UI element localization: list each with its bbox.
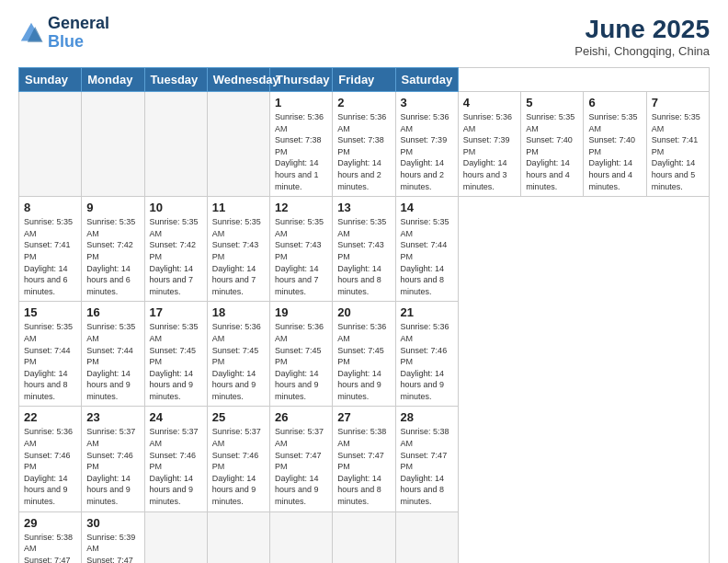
logo: General Blue bbox=[18, 15, 109, 52]
day-number: 13 bbox=[337, 201, 390, 214]
table-row: 7 Sunrise: 5:35 AM Sunset: 7:41 PM Dayli… bbox=[646, 92, 709, 197]
table-row: 25 Sunrise: 5:37 AM Sunset: 7:46 PM Dayl… bbox=[207, 407, 269, 511]
day-number: 22 bbox=[24, 410, 76, 424]
table-row: 21 Sunrise: 5:36 AM Sunset: 7:46 PM Dayl… bbox=[395, 302, 458, 407]
day-info: Sunrise: 5:35 AM Sunset: 7:44 PM Dayligh… bbox=[401, 216, 453, 297]
day-info: Sunrise: 5:38 AM Sunset: 7:47 PM Dayligh… bbox=[24, 532, 76, 563]
day-info: Sunrise: 5:35 AM Sunset: 7:42 PM Dayligh… bbox=[86, 216, 139, 297]
day-info: Sunrise: 5:37 AM Sunset: 7:46 PM Dayligh… bbox=[212, 426, 265, 507]
table-row: 24 Sunrise: 5:37 AM Sunset: 7:46 PM Dayl… bbox=[144, 407, 207, 511]
day-number: 5 bbox=[526, 96, 578, 109]
day-number: 2 bbox=[337, 96, 390, 109]
day-number: 4 bbox=[463, 96, 516, 109]
day-number: 30 bbox=[86, 516, 139, 530]
day-info: Sunrise: 5:35 AM Sunset: 7:40 PM Dayligh… bbox=[588, 111, 641, 192]
day-number: 16 bbox=[86, 305, 139, 319]
calendar-week-row: 29 Sunrise: 5:38 AM Sunset: 7:47 PM Dayl… bbox=[19, 511, 710, 563]
day-number: 12 bbox=[275, 201, 327, 214]
table-row: 12 Sunrise: 5:35 AM Sunset: 7:43 PM Dayl… bbox=[270, 197, 333, 302]
day-info: Sunrise: 5:37 AM Sunset: 7:46 PM Dayligh… bbox=[150, 426, 202, 507]
table-row: 6 Sunrise: 5:35 AM Sunset: 7:40 PM Dayli… bbox=[584, 92, 646, 197]
table-row: 4 Sunrise: 5:36 AM Sunset: 7:39 PM Dayli… bbox=[458, 92, 520, 197]
table-row: 29 Sunrise: 5:38 AM Sunset: 7:47 PM Dayl… bbox=[19, 511, 82, 563]
day-info: Sunrise: 5:39 AM Sunset: 7:47 PM Dayligh… bbox=[86, 532, 139, 563]
day-info: Sunrise: 5:35 AM Sunset: 7:44 PM Dayligh… bbox=[86, 321, 139, 402]
day-info: Sunrise: 5:35 AM Sunset: 7:42 PM Dayligh… bbox=[150, 216, 202, 297]
day-number: 10 bbox=[150, 201, 202, 214]
day-info: Sunrise: 5:38 AM Sunset: 7:47 PM Dayligh… bbox=[401, 426, 453, 507]
day-number: 29 bbox=[24, 516, 76, 530]
day-info: Sunrise: 5:36 AM Sunset: 7:38 PM Dayligh… bbox=[337, 111, 390, 192]
day-info: Sunrise: 5:36 AM Sunset: 7:45 PM Dayligh… bbox=[337, 321, 390, 402]
header: General Blue June 2025 Peishi, Chongqing… bbox=[18, 15, 710, 58]
table-row: 10 Sunrise: 5:35 AM Sunset: 7:42 PM Dayl… bbox=[144, 197, 207, 302]
day-number: 15 bbox=[24, 305, 76, 319]
calendar-week-row: 8 Sunrise: 5:35 AM Sunset: 7:41 PM Dayli… bbox=[19, 197, 710, 302]
day-number: 28 bbox=[401, 410, 453, 424]
table-row: 28 Sunrise: 5:38 AM Sunset: 7:47 PM Dayl… bbox=[395, 407, 458, 511]
day-number: 23 bbox=[86, 410, 139, 424]
table-row bbox=[144, 511, 207, 563]
calendar-week-row: 15 Sunrise: 5:35 AM Sunset: 7:44 PM Dayl… bbox=[19, 302, 710, 407]
table-row: 1 Sunrise: 5:36 AM Sunset: 7:38 PM Dayli… bbox=[270, 92, 333, 197]
table-row bbox=[144, 92, 207, 197]
table-row: 27 Sunrise: 5:38 AM Sunset: 7:47 PM Dayl… bbox=[333, 407, 395, 511]
col-friday: Friday bbox=[333, 68, 395, 92]
day-number: 3 bbox=[401, 96, 453, 109]
day-info: Sunrise: 5:38 AM Sunset: 7:47 PM Dayligh… bbox=[337, 426, 390, 507]
table-row: 19 Sunrise: 5:36 AM Sunset: 7:45 PM Dayl… bbox=[270, 302, 333, 407]
day-info: Sunrise: 5:35 AM Sunset: 7:43 PM Dayligh… bbox=[337, 216, 390, 297]
day-number: 1 bbox=[275, 96, 327, 109]
table-row: 30 Sunrise: 5:39 AM Sunset: 7:47 PM Dayl… bbox=[82, 511, 144, 563]
day-info: Sunrise: 5:36 AM Sunset: 7:45 PM Dayligh… bbox=[212, 321, 265, 402]
table-row: 16 Sunrise: 5:35 AM Sunset: 7:44 PM Dayl… bbox=[82, 302, 144, 407]
page: General Blue June 2025 Peishi, Chongqing… bbox=[0, 0, 728, 563]
day-info: Sunrise: 5:35 AM Sunset: 7:45 PM Dayligh… bbox=[150, 321, 202, 402]
col-tuesday: Tuesday bbox=[144, 68, 207, 92]
day-info: Sunrise: 5:36 AM Sunset: 7:39 PM Dayligh… bbox=[463, 111, 516, 192]
col-sunday: Sunday bbox=[19, 68, 82, 92]
calendar-week-row: 22 Sunrise: 5:36 AM Sunset: 7:46 PM Dayl… bbox=[19, 407, 710, 511]
calendar-header-row: Sunday Monday Tuesday Wednesday Thursday… bbox=[19, 68, 710, 92]
day-info: Sunrise: 5:36 AM Sunset: 7:45 PM Dayligh… bbox=[275, 321, 327, 402]
day-info: Sunrise: 5:37 AM Sunset: 7:46 PM Dayligh… bbox=[86, 426, 139, 507]
calendar-week-row: 1 Sunrise: 5:36 AM Sunset: 7:38 PM Dayli… bbox=[19, 92, 710, 197]
day-info: Sunrise: 5:35 AM Sunset: 7:41 PM Dayligh… bbox=[652, 111, 704, 192]
day-number: 6 bbox=[588, 96, 641, 109]
table-row: 20 Sunrise: 5:36 AM Sunset: 7:45 PM Dayl… bbox=[333, 302, 395, 407]
day-number: 18 bbox=[212, 305, 265, 319]
day-info: Sunrise: 5:35 AM Sunset: 7:43 PM Dayligh… bbox=[275, 216, 327, 297]
table-row: 14 Sunrise: 5:35 AM Sunset: 7:44 PM Dayl… bbox=[395, 197, 458, 302]
table-row: 13 Sunrise: 5:35 AM Sunset: 7:43 PM Dayl… bbox=[333, 197, 395, 302]
table-row bbox=[395, 511, 458, 563]
table-row: 5 Sunrise: 5:35 AM Sunset: 7:40 PM Dayli… bbox=[521, 92, 584, 197]
day-info: Sunrise: 5:35 AM Sunset: 7:44 PM Dayligh… bbox=[24, 321, 76, 402]
table-row: 23 Sunrise: 5:37 AM Sunset: 7:46 PM Dayl… bbox=[82, 407, 144, 511]
day-number: 11 bbox=[212, 201, 265, 214]
day-number: 24 bbox=[150, 410, 202, 424]
logo-text: General Blue bbox=[48, 15, 109, 52]
table-row: 17 Sunrise: 5:35 AM Sunset: 7:45 PM Dayl… bbox=[144, 302, 207, 407]
table-row: 9 Sunrise: 5:35 AM Sunset: 7:42 PM Dayli… bbox=[82, 197, 144, 302]
table-row bbox=[207, 92, 269, 197]
day-number: 7 bbox=[652, 96, 704, 109]
main-title: June 2025 bbox=[574, 15, 710, 44]
table-row bbox=[270, 511, 333, 563]
table-row: 11 Sunrise: 5:35 AM Sunset: 7:43 PM Dayl… bbox=[207, 197, 269, 302]
table-row bbox=[82, 92, 144, 197]
day-number: 17 bbox=[150, 305, 202, 319]
table-row: 26 Sunrise: 5:37 AM Sunset: 7:47 PM Dayl… bbox=[270, 407, 333, 511]
table-row: 22 Sunrise: 5:36 AM Sunset: 7:46 PM Dayl… bbox=[19, 407, 82, 511]
day-number: 19 bbox=[275, 305, 327, 319]
day-number: 20 bbox=[337, 305, 390, 319]
col-saturday: Saturday bbox=[395, 68, 458, 92]
day-number: 14 bbox=[401, 201, 453, 214]
day-number: 25 bbox=[212, 410, 265, 424]
table-row: 3 Sunrise: 5:36 AM Sunset: 7:39 PM Dayli… bbox=[395, 92, 458, 197]
day-number: 27 bbox=[337, 410, 390, 424]
day-info: Sunrise: 5:35 AM Sunset: 7:43 PM Dayligh… bbox=[212, 216, 265, 297]
day-info: Sunrise: 5:36 AM Sunset: 7:38 PM Dayligh… bbox=[275, 111, 327, 192]
day-info: Sunrise: 5:37 AM Sunset: 7:47 PM Dayligh… bbox=[275, 426, 327, 507]
table-row bbox=[333, 511, 395, 563]
table-row: 18 Sunrise: 5:36 AM Sunset: 7:45 PM Dayl… bbox=[207, 302, 269, 407]
